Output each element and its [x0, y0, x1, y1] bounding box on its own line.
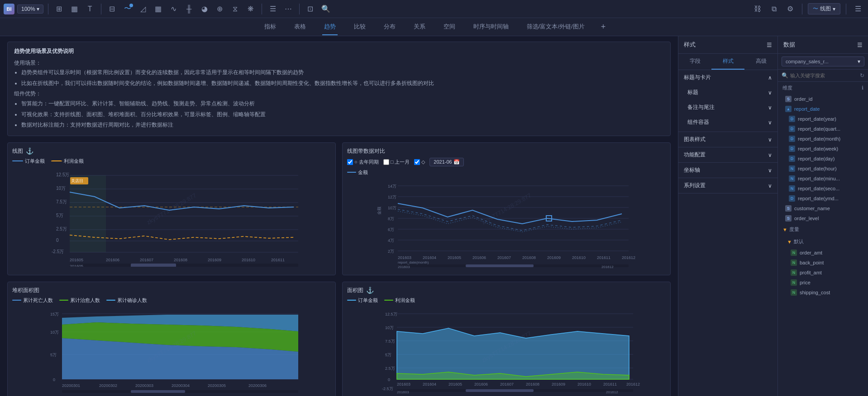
chevron-down-icon3: ▾: [858, 58, 860, 65]
field-shipping-cost[interactable]: N shipping_cost: [778, 288, 868, 297]
line-chart-icon[interactable]: 〜: [121, 3, 134, 15]
dataset-label: company_sales_r...: [786, 59, 829, 64]
tab-add-button[interactable]: +: [601, 22, 606, 32]
chart2-legend: 金额: [347, 169, 666, 176]
field-month-label: report_date(month): [798, 136, 840, 141]
svg-text:201603: 201603: [398, 255, 411, 260]
field-report-date-month[interactable]: D report_date(month): [778, 134, 868, 144]
section-features-header[interactable]: 功能配置 ∨: [678, 147, 777, 162]
field-order-amt[interactable]: N order_amt: [778, 248, 868, 258]
tab-indicators[interactable]: 指标: [262, 19, 278, 35]
field-report-date-day[interactable]: D report_date(day): [778, 154, 868, 164]
section-title[interactable]: 标题 ∨: [684, 85, 777, 100]
zoom-control[interactable]: 100% ▾: [17, 5, 43, 14]
bar-chart-icon[interactable]: ▦: [152, 3, 165, 15]
field-profit-amt[interactable]: N profit_amt: [778, 268, 868, 278]
sep6: [846, 4, 846, 14]
settings-icon[interactable]: ⚙: [784, 3, 796, 15]
info-line-0: 使用场景：: [14, 58, 664, 68]
field-order-level[interactable]: S order_level: [778, 213, 868, 223]
info-list: 趋势类组件可以显示时间（根据常用比例设置）而变化的连续数据，因此非常适用于显示在…: [14, 68, 664, 88]
section-title-card-header[interactable]: 标题与卡片 ∧: [678, 70, 777, 85]
word-icon[interactable]: ❋: [244, 3, 257, 15]
hamburger-icon[interactable]: ☰: [852, 3, 864, 15]
svg-text:8万: 8万: [388, 217, 394, 221]
info-adv-1: 智算能力：一键配置同环比、累计计算、智能辅助线、趋势线、预测走势、异常点检测、波…: [21, 99, 664, 109]
tab-distribution[interactable]: 分布: [382, 19, 397, 35]
refresh-icon[interactable]: ↻: [860, 72, 864, 79]
style-tab-advanced[interactable]: 高级: [744, 54, 777, 70]
search-input[interactable]: [790, 73, 858, 78]
field-report-date-hour[interactable]: N report_date(hour): [778, 164, 868, 174]
section-chart-chevron: ∨: [768, 137, 772, 143]
grid-icon[interactable]: ⊞: [53, 3, 66, 15]
style-tab-style[interactable]: 样式: [711, 54, 744, 70]
checkbox-last-year[interactable]: [347, 159, 353, 165]
tab-timeseries[interactable]: 时序与时间轴: [472, 19, 510, 35]
text-icon[interactable]: T: [84, 3, 96, 15]
data-panel: 数据 ☰ company_sales_r... ▾ 🔍 ↻ 维度 ℹ S or: [777, 36, 868, 396]
map-icon[interactable]: ⊕: [214, 3, 226, 15]
order-id-icon: S: [785, 96, 792, 102]
section-container[interactable]: 组件容器 ∨: [684, 115, 777, 130]
table2-icon[interactable]: ⊟: [106, 3, 119, 15]
style-sections: 标题与卡片 ∧ 标题 ∨ 备注与尾注 ∨ 组件容器 ∨: [678, 70, 777, 396]
field-report-date[interactable]: ▲ report_date: [778, 104, 868, 114]
field-min-label: report_date(minu...: [798, 176, 840, 181]
pie-icon[interactable]: ◕: [198, 3, 211, 15]
section-note[interactable]: 备注与尾注 ∨: [684, 100, 777, 115]
date-picker[interactable]: 2021-06 📅: [429, 158, 463, 166]
tab-filter[interactable]: 筛选/富文本/外链/图片: [525, 19, 587, 35]
data-panel-menu-icon[interactable]: ☰: [857, 42, 863, 48]
table-icon[interactable]: ▦: [68, 3, 81, 15]
tab-trend[interactable]: 趋势: [322, 19, 338, 35]
list-icon[interactable]: ☰: [267, 3, 279, 15]
copy-icon[interactable]: ⧉: [768, 3, 780, 15]
field-customer-name[interactable]: S customer_name: [778, 203, 868, 213]
tab-compare[interactable]: 比较: [352, 19, 367, 35]
search-icon[interactable]: 🔍: [320, 3, 332, 15]
chart-type-btn[interactable]: 〜 线图 ▾: [808, 3, 840, 14]
chart2-title: 线图带数据对比: [347, 147, 666, 155]
field-report-date-sec[interactable]: N report_date(seco...: [778, 184, 868, 193]
link-icon[interactable]: ⛓: [751, 3, 764, 15]
svg-text:201608: 201608: [526, 382, 539, 387]
legend-label-amt: 金额: [358, 169, 368, 176]
svg-text:12.5万: 12.5万: [56, 172, 69, 177]
field-report-date-ymd[interactable]: D report_date(ymd...: [778, 193, 868, 203]
tab-relation[interactable]: 关系: [412, 19, 427, 35]
section-title-label: 标题: [687, 89, 698, 96]
dataset-selector: company_sales_r... ▾: [778, 54, 868, 70]
more-icon[interactable]: ⋯: [282, 3, 295, 15]
funnel-icon[interactable]: ⧖: [229, 3, 242, 15]
info-adv-2: 可视化效果：支持折线图、面积图、堆积堆面积、百分比堆积效果，可显示标签、图例、缩…: [21, 110, 664, 120]
image-icon[interactable]: ⊡: [304, 3, 317, 15]
price-icon: N: [791, 279, 797, 286]
bar2-icon[interactable]: ╫: [183, 3, 196, 15]
field-back-point[interactable]: N back_point: [778, 258, 868, 268]
dataset-dropdown[interactable]: company_sales_r... ▾: [782, 57, 864, 66]
legend-dot-amt: [347, 172, 356, 173]
section-chart-style-header[interactable]: 图表样式 ∨: [678, 132, 777, 147]
style-tab-field[interactable]: 字段: [678, 54, 711, 70]
dimensions-label: 维度: [782, 85, 792, 91]
style-panel: 样式 ☰ 字段 样式 高级 标题与卡片 ∧ 标题 ∨: [678, 36, 777, 396]
area-chart-icon[interactable]: ◿: [137, 3, 149, 15]
field-price[interactable]: N price: [778, 278, 868, 288]
field-report-date-week[interactable]: D report_date(week): [778, 144, 868, 154]
field-order-id[interactable]: S order_id: [778, 94, 868, 104]
chart4-anchor-icon[interactable]: ⚓: [366, 287, 374, 294]
checkbox-date[interactable]: [414, 159, 420, 165]
svg-text:0: 0: [388, 377, 390, 382]
field-report-date-min[interactable]: N report_date(minu...: [778, 174, 868, 184]
field-report-date-year[interactable]: D report_date(year): [778, 114, 868, 124]
line2-icon[interactable]: ∿: [167, 3, 180, 15]
section-series-header[interactable]: 系列设置 ∨: [678, 178, 777, 193]
style-panel-menu-icon[interactable]: ☰: [767, 42, 772, 48]
field-report-date-quart[interactable]: D report_date(quart...: [778, 124, 868, 134]
tab-spatial[interactable]: 空间: [442, 19, 457, 35]
tab-table[interactable]: 表格: [292, 19, 308, 35]
checkbox-last-month[interactable]: [383, 159, 389, 165]
section-axis-header[interactable]: 坐标轴 ∨: [678, 163, 777, 178]
chart1-anchor-icon[interactable]: ⚓: [26, 147, 33, 155]
